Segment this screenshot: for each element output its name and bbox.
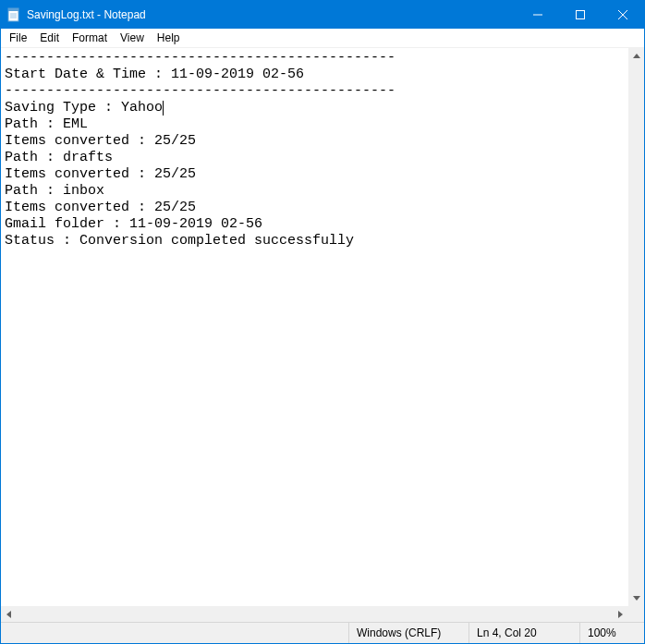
- scroll-down-icon[interactable]: [628, 590, 644, 606]
- menubar: File Edit Format View Help: [1, 29, 644, 48]
- scroll-up-icon[interactable]: [628, 48, 644, 64]
- svg-marker-10: [633, 596, 640, 601]
- statusbar: Windows (CRLF) Ln 4, Col 20 100%: [1, 622, 644, 643]
- svg-rect-1: [8, 8, 18, 11]
- status-encoding: Windows (CRLF): [348, 623, 469, 643]
- menu-format[interactable]: Format: [66, 30, 114, 46]
- text-caret: [163, 101, 164, 115]
- menu-help[interactable]: Help: [151, 30, 187, 46]
- text-editor[interactable]: ----------------------------------------…: [1, 48, 628, 606]
- status-zoom: 100%: [579, 623, 644, 643]
- horizontal-scrollbar[interactable]: [1, 606, 628, 622]
- status-position: Ln 4, Col 20: [469, 623, 579, 643]
- scroll-right-icon[interactable]: [613, 606, 628, 622]
- scroll-track-horizontal[interactable]: [17, 606, 613, 622]
- scroll-corner: [628, 606, 644, 622]
- svg-rect-6: [577, 11, 585, 19]
- svg-marker-12: [618, 611, 623, 618]
- svg-marker-11: [6, 611, 11, 618]
- svg-marker-9: [633, 54, 640, 58]
- vertical-scrollbar[interactable]: [628, 48, 644, 606]
- scroll-track-vertical[interactable]: [628, 64, 644, 590]
- window-title: SavingLog.txt - Notepad: [27, 8, 146, 21]
- menu-edit[interactable]: Edit: [33, 30, 66, 46]
- scroll-left-icon[interactable]: [1, 606, 17, 622]
- editor-area: ----------------------------------------…: [1, 48, 644, 622]
- minimize-button[interactable]: [517, 1, 559, 29]
- notepad-icon: [6, 7, 21, 22]
- maximize-button[interactable]: [559, 1, 602, 29]
- menu-file[interactable]: File: [3, 30, 33, 46]
- menu-view[interactable]: View: [114, 30, 151, 46]
- titlebar: SavingLog.txt - Notepad: [1, 1, 644, 29]
- close-button[interactable]: [602, 1, 644, 29]
